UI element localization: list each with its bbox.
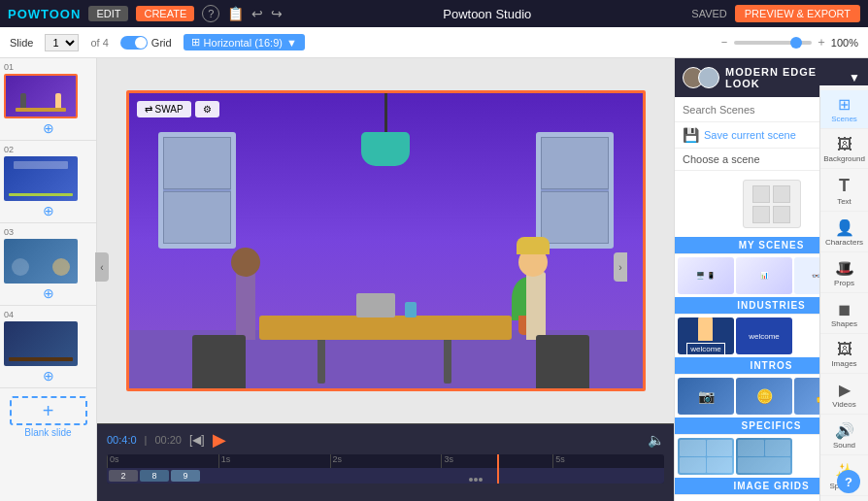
slide-preview-1 (4, 74, 78, 118)
search-scenes-input[interactable] (683, 104, 841, 116)
collapse-left-panel-button[interactable]: ‹ (95, 252, 109, 282)
ratio-icon: ⊞ (191, 36, 200, 49)
nav-characters[interactable]: 👤 Characters (820, 214, 868, 252)
timeline-playhead (497, 454, 499, 484)
nav-background[interactable]: 🖼 Background (820, 131, 868, 169)
nav-text[interactable]: T Text (820, 171, 868, 212)
right-icon-nav: ⊞ Scenes 🖼 Background T Text 👤 Character… (819, 85, 868, 501)
edit-button[interactable]: EDIT (88, 6, 128, 21)
scenes-nav-label: Scenes (831, 115, 857, 123)
toolbar: Slide 1234 of 4 Grid ⊞ Horizontal (16:9)… (0, 27, 868, 58)
image-grid-thumb-2[interactable] (736, 438, 792, 475)
industries-label: INDUSTRIES (737, 300, 806, 311)
current-scene-preview (743, 180, 801, 228)
timeline-block-9[interactable]: 9 (171, 470, 200, 482)
image-grids-label: IMAGE GRIDS (733, 481, 809, 491)
slide-thumb-1[interactable]: 01 ⊕ (0, 58, 96, 141)
timeline-track: 2 8 9 (107, 468, 664, 484)
sound-nav-icon: 🔊 (835, 421, 854, 440)
redo-icon[interactable]: ↪ (271, 6, 283, 21)
main-canvas[interactable]: ⇄ SWAP ⚙ (126, 90, 646, 391)
expand-right-panel-button[interactable]: › (614, 252, 627, 282)
ratio-arrow-icon: ▼ (286, 37, 297, 49)
slide-thumb-2[interactable]: 02 ⊕ (0, 141, 96, 223)
undo-icon[interactable]: ↩ (251, 6, 263, 21)
timeline-block-2[interactable]: 2 (109, 470, 138, 482)
swap-button[interactable]: ⇄ SWAP (137, 101, 191, 117)
save-scene-label: Save current scene (704, 129, 796, 141)
industry-thumb-1[interactable]: 🖥️ 📱 (678, 257, 734, 294)
specific-thumb-coin[interactable]: 🪙 (736, 378, 792, 415)
saved-status: SAVED (691, 8, 726, 19)
nav-props[interactable]: 🎩 Props (820, 254, 868, 293)
zoom-minus-icon[interactable]: － (718, 34, 730, 50)
slide-add-icon-4[interactable]: ⊕ (43, 368, 54, 384)
avatar-2 (698, 67, 719, 88)
doc-icon[interactable]: 📋 (227, 6, 244, 21)
preview-export-button[interactable]: PREVIEW & EXPORT (735, 5, 860, 22)
slide-number-select[interactable]: 1234 (45, 34, 79, 51)
avatar-group (683, 67, 719, 88)
background-nav-label: Background (823, 154, 865, 163)
scene-settings-button[interactable]: ⚙ (195, 101, 219, 117)
aspect-ratio-button[interactable]: ⊞ Horizontal (16:9) ▼ (184, 34, 305, 50)
intro-thumb-1[interactable]: welcome (678, 317, 734, 354)
image-grid-thumb-1[interactable] (678, 438, 734, 475)
text-nav-icon: T (839, 176, 850, 196)
scenes-nav-icon: ⊞ (838, 95, 851, 114)
play-button[interactable]: ▶ (213, 429, 226, 451)
timeline-ruler: 0s 1s 2s 3s 5s (107, 454, 664, 468)
slides-panel: 01 ⊕ 02 ⊕ 03 (0, 58, 97, 501)
slide-label: Slide (10, 37, 33, 49)
meeting-table (259, 316, 512, 340)
images-nav-icon: 🖼 (837, 341, 852, 358)
intro-thumb-2[interactable]: welcome (736, 317, 792, 354)
style-dropdown-icon[interactable]: ▼ (849, 71, 860, 84)
app-title: Powtoon Studio (290, 7, 684, 21)
slide-num-3: 03 (4, 227, 92, 237)
add-blank-slide[interactable]: + Blank slide (0, 388, 96, 446)
laptop-prop (356, 293, 395, 317)
help-button[interactable]: ? (837, 470, 860, 493)
ratio-label: Horizontal (16:9) (204, 37, 283, 49)
ruler-0s: 0s (107, 454, 218, 468)
welcome-text: welcome (686, 343, 725, 354)
ruler-1s: 1s (218, 454, 330, 468)
timeline-bar[interactable]: 0s 1s 2s 3s 5s 2 8 9 (107, 454, 664, 484)
timeline-block-8[interactable]: 8 (140, 470, 169, 482)
nav-videos[interactable]: ▶ Videos (820, 376, 868, 415)
timeline: 00:4:0 | 00:20 [◀] ▶ 🔈 0s 1s 2s 3s 5s 2 (97, 423, 674, 501)
zoom-slider[interactable] (734, 41, 812, 45)
nav-sound[interactable]: 🔊 Sound (820, 417, 868, 455)
create-button[interactable]: CREATE (136, 6, 194, 21)
nav-images[interactable]: 🖼 Images (820, 336, 868, 374)
slide-add-icon-2[interactable]: ⊕ (43, 203, 54, 218)
character-left[interactable] (217, 223, 275, 340)
chair-left (192, 335, 246, 388)
specific-thumb-camera[interactable]: 📷 (678, 378, 734, 415)
character-right[interactable] (507, 223, 565, 340)
scene-grid-icon (748, 181, 795, 228)
nav-scenes[interactable]: ⊞ Scenes (820, 90, 868, 129)
frame-back-button[interactable]: [◀] (189, 433, 205, 447)
welcome-man-figure (698, 317, 713, 341)
save-scene-icon: 💾 (683, 127, 699, 143)
zoom-plus-icon[interactable]: ＋ (816, 34, 827, 50)
add-slide-icon: + (43, 400, 54, 422)
industry-thumb-2[interactable]: 📊 (736, 257, 792, 294)
swap-icon: ⇄ (145, 104, 152, 115)
current-time-display: 00:4:0 (107, 434, 137, 446)
grid-toggle[interactable] (120, 36, 148, 50)
slide-thumb-3[interactable]: 03 ⊕ (0, 223, 96, 306)
volume-button[interactable]: 🔈 (648, 432, 664, 448)
slide-thumb-4[interactable]: 04 ⊕ (0, 306, 96, 388)
help-icon[interactable]: ? (202, 5, 219, 22)
specifics-label: SPECIFICS (742, 420, 802, 431)
images-nav-label: Images (831, 359, 856, 368)
add-slide-box: + (10, 396, 87, 425)
slide-add-icon-1[interactable]: ⊕ (43, 120, 54, 136)
slide-add-icon-3[interactable]: ⊕ (43, 285, 54, 301)
nav-shapes[interactable]: ◼ Shapes (820, 295, 868, 334)
canvas-controls: ⇄ SWAP ⚙ (137, 101, 219, 117)
my-scenes-label: MY SCENES (739, 240, 805, 250)
